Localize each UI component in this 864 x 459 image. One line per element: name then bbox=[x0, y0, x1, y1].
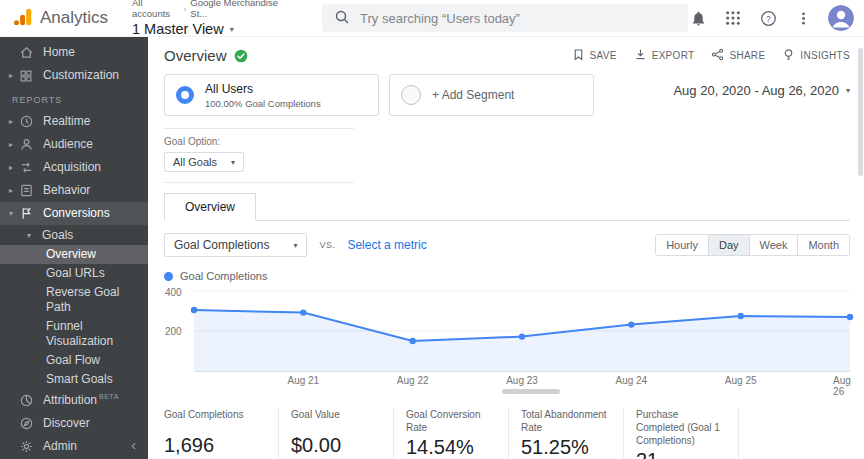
sidebar-item-conversions[interactable]: ▾ Conversions bbox=[0, 202, 148, 225]
goal-option-label: Goal Option: bbox=[164, 136, 354, 147]
sidebar-item-smart-goals[interactable]: Smart Goals bbox=[0, 370, 148, 389]
search-icon bbox=[334, 9, 350, 28]
beta-badge: BETA bbox=[99, 393, 119, 400]
sidebar-item-goals-overview[interactable]: Overview bbox=[0, 245, 148, 264]
analytics-logo-icon bbox=[12, 6, 34, 31]
select-metric-link[interactable]: Select a metric bbox=[347, 238, 426, 252]
legend-dot-icon bbox=[164, 272, 173, 281]
granularity-week-button[interactable]: Week bbox=[749, 235, 798, 255]
export-download-icon bbox=[634, 48, 647, 63]
breadcrumb-separator-icon: › bbox=[184, 5, 187, 14]
segment-ring-icon bbox=[176, 86, 194, 104]
metric-card-goal-conversion-rate[interactable]: Goal Conversion Rate 14.54% bbox=[394, 408, 509, 459]
sidebar-item-audience[interactable]: ▸ Audience bbox=[0, 133, 148, 156]
search-input[interactable] bbox=[360, 11, 676, 26]
metric-card-total-abandonment-rate[interactable]: Total Abandonment Rate 51.25% bbox=[509, 408, 624, 459]
customization-icon bbox=[18, 68, 34, 84]
tab-overview[interactable]: Overview bbox=[164, 193, 256, 221]
avatar[interactable] bbox=[828, 5, 854, 31]
home-icon bbox=[18, 45, 34, 61]
share-icon bbox=[711, 48, 724, 63]
audience-person-icon bbox=[18, 137, 34, 153]
analytics-app: Analytics All accounts › Google Merchand… bbox=[0, 0, 864, 459]
vs-label: VS. bbox=[319, 240, 335, 250]
acquisition-arrows-icon bbox=[18, 160, 34, 176]
page-vertical-scrollbar[interactable] bbox=[858, 48, 863, 176]
scrollbar-thumb[interactable] bbox=[502, 389, 560, 394]
chevron-down-icon: ▾ bbox=[9, 209, 18, 218]
save-button[interactable]: SAVE bbox=[572, 48, 617, 63]
add-segment-circle-icon bbox=[401, 85, 421, 105]
chart-horizontal-scrollbar bbox=[194, 389, 850, 394]
insights-button[interactable]: INSIGHTS bbox=[782, 48, 850, 63]
page-title: Overview bbox=[164, 47, 227, 64]
date-range-picker[interactable]: Aug 20, 2020 - Aug 26, 2020 ▾ bbox=[673, 83, 850, 98]
view-name: 1 Master View bbox=[132, 21, 224, 38]
x-axis-tick: Aug 22 bbox=[397, 375, 429, 386]
sidebar-item-goals[interactable]: ▾ Goals bbox=[0, 225, 148, 245]
sidebar-item-discover[interactable]: Discover bbox=[0, 412, 148, 435]
conversions-flag-icon bbox=[18, 206, 34, 222]
legend-label: Goal Completions bbox=[180, 270, 267, 282]
share-button[interactable]: SHARE bbox=[711, 48, 765, 63]
segment-title: All Users bbox=[205, 82, 321, 96]
breadcrumb-property: Google Merchandise St... bbox=[190, 0, 290, 20]
sidebar-item-admin[interactable]: Admin bbox=[0, 435, 148, 458]
segment-all-users[interactable]: All Users 100.00% Goal Completions bbox=[164, 74, 379, 116]
save-icon bbox=[572, 48, 585, 63]
date-range-value: Aug 20, 2020 - Aug 26, 2020 bbox=[673, 83, 839, 98]
chevron-right-icon: ▸ bbox=[9, 117, 18, 126]
chevron-down-icon: ▾ bbox=[846, 86, 850, 95]
tab-bar: Overview bbox=[164, 193, 850, 221]
reports-section-label: REPORTS bbox=[0, 87, 148, 110]
notifications-bell-icon[interactable] bbox=[688, 8, 708, 28]
line-chart-plot[interactable] bbox=[194, 291, 850, 372]
sidebar-item-funnel-visualization[interactable]: Funnel Visualization bbox=[0, 317, 148, 351]
y-axis-tick: 400 bbox=[165, 287, 182, 298]
more-vertical-icon[interactable] bbox=[793, 8, 813, 28]
sidebar-item-realtime[interactable]: ▸ Realtime bbox=[0, 110, 148, 133]
metric-dropdown[interactable]: Goal Completions ▾ bbox=[164, 233, 307, 257]
sidebar-collapse-button[interactable]: ‹ bbox=[131, 436, 136, 453]
sidebar-item-attribution[interactable]: AttributionBETA bbox=[0, 389, 148, 412]
sidebar-item-home[interactable]: Home bbox=[0, 41, 148, 64]
apps-grid-icon[interactable] bbox=[723, 8, 743, 28]
sidebar-item-goal-flow[interactable]: Goal Flow bbox=[0, 351, 148, 370]
metric-card-goal-value[interactable]: Goal Value $0.00 bbox=[279, 408, 394, 459]
granularity-hourly-button[interactable]: Hourly bbox=[656, 235, 708, 255]
search-bar bbox=[322, 4, 688, 32]
sidebar-item-goal-urls[interactable]: Goal URLs bbox=[0, 264, 148, 283]
analytics-logo[interactable]: Analytics bbox=[12, 6, 108, 31]
breadcrumb[interactable]: All accounts › Google Merchandise St... bbox=[132, 0, 290, 20]
goal-option-panel: Goal Option: All Goals ▾ bbox=[164, 128, 354, 183]
sidebar: Home ▸ Customization REPORTS ▸ Realtime … bbox=[0, 37, 148, 459]
add-segment-button[interactable]: + Add Segment bbox=[389, 74, 594, 116]
sidebar-item-acquisition[interactable]: ▸ Acquisition bbox=[0, 156, 148, 179]
svg-text:?: ? bbox=[766, 13, 771, 23]
sidebar-item-behavior[interactable]: ▸ Behavior bbox=[0, 179, 148, 202]
account-selector: All accounts › Google Merchandise St... … bbox=[132, 0, 290, 38]
metric-card-purchase-completed[interactable]: Purchase Completed (Goal 1 Completions) … bbox=[624, 408, 739, 459]
product-name: Analytics bbox=[40, 8, 108, 28]
help-icon[interactable]: ? bbox=[758, 8, 778, 28]
sidebar-item-customization[interactable]: ▸ Customization bbox=[0, 64, 148, 87]
chevron-down-icon: ▾ bbox=[293, 241, 297, 250]
chevron-right-icon: ▸ bbox=[9, 163, 18, 172]
granularity-day-button[interactable]: Day bbox=[708, 235, 749, 255]
view-selector[interactable]: 1 Master View ▾ bbox=[132, 21, 290, 38]
chevron-down-icon: ▾ bbox=[230, 25, 234, 34]
sidebar-item-reverse-goal-path[interactable]: Reverse Goal Path bbox=[0, 283, 148, 317]
add-segment-label: + Add Segment bbox=[432, 88, 514, 102]
top-bar: Analytics All accounts › Google Merchand… bbox=[0, 0, 864, 37]
metric-cards-row-1: Goal Completions 1,696 Goal Value $0.00 … bbox=[164, 408, 850, 459]
chevron-down-icon: ▾ bbox=[231, 158, 235, 167]
goal-option-dropdown[interactable]: All Goals ▾ bbox=[164, 152, 244, 172]
x-axis-labels: Aug 21 Aug 22 Aug 23 Aug 24 Aug 25 Aug 2… bbox=[194, 372, 850, 387]
export-button[interactable]: EXPORT bbox=[634, 48, 695, 63]
metric-card-goal-completions[interactable]: Goal Completions 1,696 bbox=[164, 408, 279, 459]
realtime-clock-icon bbox=[18, 114, 34, 130]
granularity-toggle: Hourly Day Week Month bbox=[655, 234, 850, 256]
main-chart-svg[interactable] bbox=[194, 291, 850, 371]
report-header: Overview SAVE EXPORT SHARE bbox=[164, 47, 850, 64]
granularity-month-button[interactable]: Month bbox=[797, 235, 849, 255]
